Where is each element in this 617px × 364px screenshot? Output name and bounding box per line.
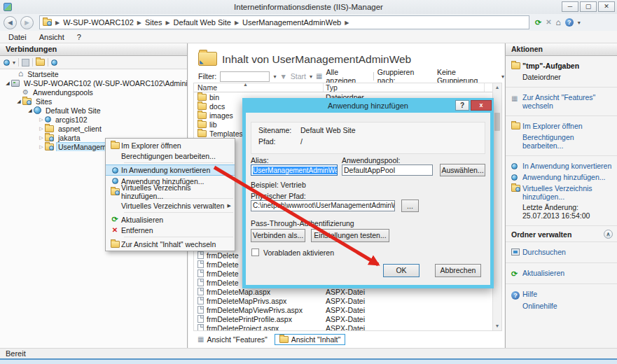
expander-collapsed-icon[interactable]: ▷ [38, 135, 45, 141]
tree-item-sites[interactable]: ◢ Sites [0, 97, 187, 106]
expander-expanded-icon[interactable]: ◢ [4, 80, 11, 86]
action-refresh[interactable]: Aktualisieren [522, 269, 564, 277]
iis-manager-window: Internetinformationsdienste (IIS)-Manage… [0, 0, 617, 364]
breadcrumb-segment[interactable]: W-SUP-WOARC102 [63, 18, 134, 27]
preload-checkbox[interactable] [251, 248, 259, 256]
file-icon [197, 270, 204, 277]
titlebar: Internetinformationsdienste (IIS)-Manage… [0, 0, 617, 14]
file-name: frmDelete [207, 260, 239, 269]
action-add-application[interactable]: Anwendung hinzufügen... [522, 173, 606, 181]
tree-item-aspnet-client[interactable]: ▷ aspnet_client [0, 124, 187, 133]
action-convert-to-application[interactable]: In Anwendung konvertieren [522, 162, 611, 170]
show-all-icon[interactable]: ▦ [316, 73, 322, 80]
expander-expanded-icon[interactable]: ◢ [27, 108, 34, 113]
action-add-virtual-directory[interactable]: Virtuelles Verzeichnis hinzufügen... [522, 184, 613, 201]
home-icon[interactable]: ⌂ [556, 19, 561, 27]
list-row[interactable]: frmDeletePrintProfile.aspx ASPX-Datei [194, 314, 492, 323]
tree-item-server[interactable]: ◢ W-SUP-WOARC102 (W-SUP-WOARC102\Adminis… [0, 78, 187, 88]
expander-collapsed-icon[interactable]: ▷ [38, 117, 45, 122]
menu-item-remove[interactable]: ✕ Entfernen [106, 225, 235, 235]
expander-collapsed-icon[interactable]: ▷ [38, 144, 45, 150]
file-type: ASPX-Datei [326, 306, 365, 314]
action-open-explorer[interactable]: Im Explorer öffnen [522, 122, 583, 130]
column-type[interactable]: Typ [326, 83, 338, 92]
menu-item-switch-content-view[interactable]: Zur Ansicht "Inhalt" wechseln [106, 239, 235, 249]
list-row[interactable]: frmDeleteMapViewPrivs.aspx ASPX-Datei [194, 305, 492, 314]
tree-item-arcgis102[interactable]: ▷ arcgis102 [0, 115, 187, 124]
filter-label: Filter: [198, 72, 216, 80]
file-icon [197, 315, 204, 323]
chevron-right-icon: ▶ [134, 20, 145, 26]
alias-input[interactable]: UserManagementAdminWeb [251, 164, 338, 176]
action-switch-features-view[interactable]: Zur Ansicht "Features" wechseln [522, 93, 613, 110]
menu-item-open-explorer[interactable]: Im Explorer öffnen [106, 140, 235, 150]
menu-ansicht[interactable]: Ansicht [39, 33, 64, 41]
help-dropdown-icon[interactable]: ▾ [578, 20, 581, 26]
file-name: bin [209, 93, 219, 102]
task-folder-icon [511, 62, 520, 69]
action-help[interactable]: Hilfe [522, 290, 537, 298]
menu-item-label: Im Explorer öffnen [121, 141, 181, 150]
filter-dropdown-icon[interactable]: ▾ [273, 74, 276, 80]
create-connection-dropdown-icon[interactable]: ▾ [13, 59, 15, 66]
breadcrumb[interactable]: ▶ W-SUP-WOARC102 ▶ Sites ▶ Default Web S… [39, 15, 529, 29]
menu-help[interactable]: ? [77, 33, 81, 41]
dialog-close-button[interactable]: x [471, 100, 492, 111]
scroll-down-icon[interactable]: ▼ [493, 322, 501, 330]
group-by-dropdown-icon[interactable]: ▾ [501, 74, 504, 80]
dialog-title: Anwendung hinzufügen [328, 102, 408, 110]
menu-item-manage-virtual-directory[interactable]: Virtuelles Verzeichnis verwalten ▶ [106, 200, 235, 211]
menu-item-convert-to-application[interactable]: In Anwendung konvertieren [106, 164, 235, 176]
close-button[interactable]: ✕ [598, 1, 615, 12]
expander-collapsed-icon[interactable]: ▷ [38, 126, 45, 132]
action-online-help[interactable]: Onlinehilfe [522, 302, 557, 310]
restart-icon[interactable]: ⟳ [535, 19, 541, 27]
minimize-button[interactable]: ─ [562, 1, 578, 12]
collapse-icon[interactable]: ∧ [604, 230, 613, 239]
back-button[interactable]: ◄ [4, 16, 17, 29]
column-name[interactable]: Name [197, 83, 217, 92]
action-edit-permissions[interactable]: Berechtigungen bearbeiten... [522, 133, 613, 150]
app-pool-input[interactable]: DefaultAppPool [342, 164, 433, 176]
list-row[interactable]: frmDeleteMapPrivs.aspx ASPX-Datei [194, 296, 492, 305]
vdir-globe-icon [45, 116, 51, 122]
browse-path-button[interactable]: ... [401, 200, 419, 212]
list-row[interactable]: frmDeleteProject.aspx ASPX-Datei [194, 323, 492, 331]
cancel-button[interactable]: Abbrechen [435, 264, 481, 277]
expander-expanded-icon[interactable]: ◢ [15, 99, 22, 104]
disconnect-icon[interactable] [51, 59, 57, 66]
tab-ansicht-features[interactable]: ▦ Ansicht "Features" [193, 335, 272, 344]
breadcrumb-segment[interactable]: Sites [145, 18, 162, 27]
file-type: ASPX-Datei [326, 315, 365, 323]
tree-item-default-web-site[interactable]: ◢ Default Web Site [0, 106, 187, 115]
help-icon[interactable]: ? [565, 18, 574, 27]
menu-item-refresh[interactable]: ⟳ Aktualisieren [106, 214, 235, 225]
tree-item-anwendungspools[interactable]: ⚙ Anwendungspools [0, 88, 187, 97]
dialog-help-button[interactable]: ? [455, 100, 469, 111]
tab-ansicht-inhalt[interactable]: Ansicht "Inhalt" [275, 334, 346, 345]
manage-folder-section[interactable]: Ordner verwalten ∧ [506, 226, 617, 242]
vdir-folder-icon [45, 144, 54, 150]
action-browse[interactable]: Durchsuchen [522, 248, 566, 256]
up-folder-icon[interactable] [36, 59, 45, 66]
connect-as-button[interactable]: Verbinden als... [251, 229, 305, 242]
file-icon [197, 324, 204, 331]
breadcrumb-segment[interactable]: UserManagementAdminWeb [242, 18, 341, 27]
maximize-button[interactable]: ▢ [580, 1, 597, 12]
physical-path-input[interactable]: C:\inetpub\wwwroot\UserManagementAdminWe… [251, 200, 395, 211]
scrollbar-thumb[interactable] [494, 113, 500, 131]
file-name: lib [209, 120, 217, 129]
breadcrumb-segment[interactable]: Default Web Site [174, 18, 231, 27]
menu-item-edit-permissions[interactable]: Berechtigungen bearbeiten... [106, 150, 235, 161]
scroll-up-icon[interactable]: ▲ [493, 83, 501, 92]
ok-button[interactable]: OK [383, 264, 420, 277]
forward-button[interactable]: ► [20, 16, 34, 29]
create-connection-icon[interactable] [4, 59, 10, 66]
menu-item-add-virtual-directory[interactable]: Virtuelles Verzeichnis hinzufügen... [106, 186, 235, 197]
filter-input[interactable] [220, 71, 270, 82]
tree-item-startseite[interactable]: ⌂ Startseite [0, 69, 187, 78]
explorer-icon [111, 142, 120, 149]
test-settings-button[interactable]: Einstellungen testen... [311, 229, 389, 242]
select-app-pool-button[interactable]: Auswählen... [440, 164, 485, 176]
menu-datei[interactable]: Datei [8, 33, 27, 41]
